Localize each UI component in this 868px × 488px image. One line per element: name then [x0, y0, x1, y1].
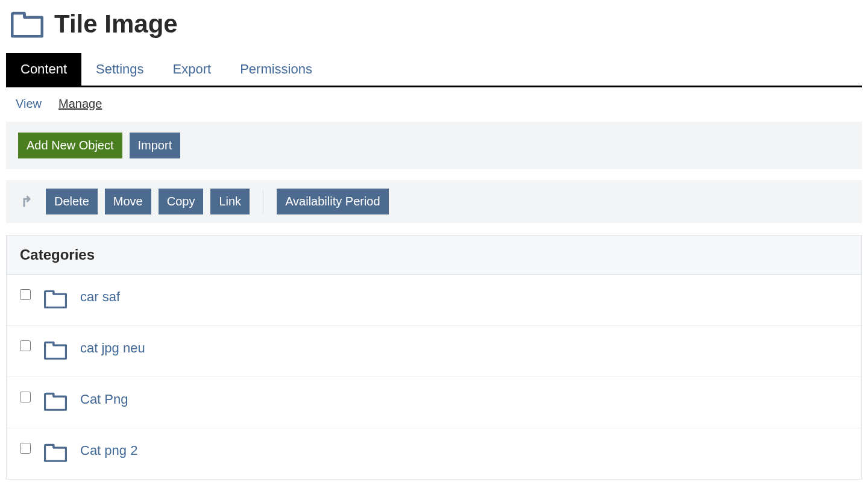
folder-icon	[44, 390, 67, 412]
row-checkbox[interactable]	[20, 392, 31, 402]
sub-tabs: View Manage	[6, 87, 862, 122]
tab-export[interactable]: Export	[159, 53, 226, 86]
folder-icon	[11, 8, 43, 40]
tab-permissions[interactable]: Permissions	[225, 53, 327, 86]
list-item: Cat Png	[7, 377, 861, 428]
copy-button[interactable]: Copy	[159, 189, 204, 214]
move-button[interactable]: Move	[105, 189, 151, 214]
subtab-view[interactable]: View	[16, 97, 42, 111]
add-new-object-button[interactable]: Add New Object	[18, 133, 122, 158]
subtab-manage[interactable]: Manage	[58, 97, 102, 111]
action-bar: ↱ Delete Move Copy Link Availability Per…	[6, 180, 862, 223]
tab-content[interactable]: Content	[6, 53, 81, 86]
toolbar: Add New Object Import	[6, 122, 862, 169]
categories-panel: Categories car saf cat jpg neu Cat Png C…	[6, 235, 862, 480]
link-button[interactable]: Link	[210, 189, 250, 214]
list-item: cat jpg neu	[7, 326, 861, 377]
item-link[interactable]: Cat Png	[80, 390, 128, 407]
availability-period-button[interactable]: Availability Period	[277, 189, 389, 214]
page-title-row: Tile Image	[6, 6, 862, 53]
import-button[interactable]: Import	[130, 133, 181, 158]
folder-icon	[44, 288, 67, 310]
page-title: Tile Image	[54, 10, 178, 39]
item-link[interactable]: car saf	[80, 288, 120, 305]
row-checkbox[interactable]	[20, 340, 31, 351]
tab-settings[interactable]: Settings	[81, 53, 159, 86]
list-item: Cat png 2	[7, 428, 861, 479]
select-arrow-icon[interactable]: ↱	[18, 193, 39, 210]
categories-heading: Categories	[7, 236, 861, 275]
item-link[interactable]: cat jpg neu	[80, 339, 145, 356]
folder-icon	[44, 339, 67, 361]
primary-tabs: Content Settings Export Permissions	[6, 53, 862, 87]
item-link[interactable]: Cat png 2	[80, 442, 137, 458]
list-item: car saf	[7, 275, 861, 326]
folder-icon	[44, 442, 67, 463]
row-checkbox[interactable]	[20, 289, 31, 300]
row-checkbox[interactable]	[20, 443, 31, 454]
delete-button[interactable]: Delete	[46, 189, 98, 214]
action-separator	[263, 190, 263, 214]
